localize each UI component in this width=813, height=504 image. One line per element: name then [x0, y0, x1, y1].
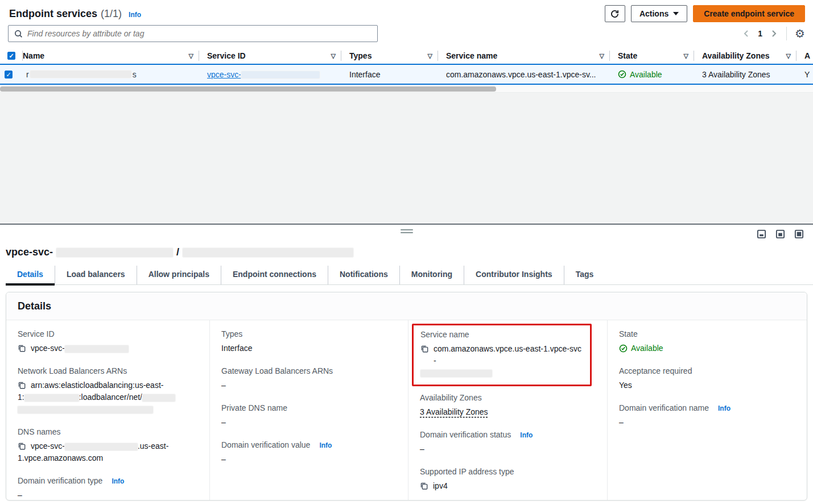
tab-load-balancers[interactable]: Load balancers — [55, 266, 137, 284]
divider — [786, 27, 787, 40]
info-link[interactable]: Info — [520, 431, 533, 439]
column-header-availability-zones[interactable]: Availability Zones ▽ — [694, 48, 797, 64]
redacted-value — [18, 406, 153, 414]
row-service-name-cell: com.amazonaws.vpce.us-east-1.vpce-sv... — [438, 70, 610, 79]
copy-icon[interactable] — [18, 442, 26, 450]
select-all-checkbox[interactable]: ✓ — [7, 52, 15, 60]
row-checkbox[interactable]: ✓ — [5, 71, 13, 79]
redacted-value — [24, 394, 79, 402]
column-header-service-name[interactable]: Service name ▽ — [438, 48, 610, 64]
field-network-load-balancers-arns: Network Load Balancers ARNs arn:aws:elas… — [18, 366, 200, 415]
actions-button[interactable]: Actions — [631, 5, 687, 22]
redacted-value — [142, 394, 175, 402]
redacted-service-name — [183, 248, 353, 257]
page-info-link[interactable]: Info — [129, 11, 141, 19]
panel-size-medium-icon[interactable] — [775, 229, 785, 239]
panel-title: vpce-svc- / — [6, 246, 353, 258]
panel-size-small-icon[interactable] — [757, 229, 766, 239]
availability-zones-link[interactable]: 3 Availability Zones — [702, 70, 770, 79]
tab-endpoint-connections[interactable]: Endpoint connections — [221, 266, 328, 284]
status-available-icon — [619, 344, 628, 353]
field-dns-names: DNS names vpce-svc-.us-east- 1.vpce.amaz… — [18, 427, 200, 464]
row-types-cell: Interface — [341, 70, 438, 79]
service-id-link[interactable]: vpce-svc- — [207, 70, 320, 79]
filter-icon[interactable]: ▽ — [684, 52, 688, 60]
panel-tabs: Details Load balancers Allow principals … — [6, 266, 813, 285]
redacted-name — [30, 71, 131, 78]
create-endpoint-service-button[interactable]: Create endpoint service — [693, 5, 805, 22]
tab-tags[interactable]: Tags — [564, 266, 605, 284]
copy-icon[interactable] — [420, 482, 428, 490]
copy-icon[interactable] — [18, 381, 26, 389]
availability-zones-link[interactable]: 3 Availability Zones — [420, 407, 488, 416]
copy-icon[interactable] — [18, 344, 26, 352]
field-service-id: Service ID vpce-svc- — [18, 329, 200, 354]
filter-icon[interactable]: ▽ — [428, 52, 432, 60]
details-column-4: State Available Acceptance required Yes … — [607, 320, 807, 501]
info-link[interactable]: Info — [718, 404, 731, 412]
field-availability-zones: Availability Zones 3 Availability Zones — [420, 393, 598, 418]
filter-icon[interactable]: ▽ — [786, 52, 791, 60]
panel-size-large-icon[interactable] — [794, 229, 804, 239]
copy-icon[interactable] — [420, 345, 428, 353]
field-service-name: Service name com.amazonaws.vpce.us-east-… — [420, 330, 583, 379]
column-header-clipped[interactable]: A — [797, 48, 813, 64]
background-gap — [0, 92, 813, 224]
redacted-value — [65, 345, 129, 353]
filter-icon[interactable]: ▽ — [331, 52, 336, 60]
column-header-name[interactable]: Name ▽ — [23, 48, 199, 64]
field-types: Types Interface — [221, 329, 399, 354]
details-card-heading: Details — [6, 292, 807, 320]
row-clipped-cell: Y — [797, 70, 813, 79]
info-link[interactable]: Info — [319, 441, 332, 449]
column-header-service-id[interactable]: Service ID ▽ — [199, 48, 341, 64]
settings-gear-icon[interactable]: ⚙ — [795, 28, 805, 39]
filter-icon[interactable]: ▽ — [600, 52, 604, 60]
resource-count: (1/1) — [101, 8, 122, 20]
row-name-cell: r s — [23, 70, 199, 79]
redacted-service-id — [56, 248, 173, 257]
previous-page-icon[interactable] — [742, 29, 751, 38]
horizontal-scrollbar — [0, 86, 813, 92]
table-row[interactable]: ✓ r s vpce-svc- Interface com.amazonaws.… — [0, 64, 813, 85]
split-panel: vpce-svc- / Details Load balancers Allow… — [0, 224, 813, 504]
info-link[interactable]: Info — [112, 477, 124, 485]
next-page-icon[interactable] — [769, 29, 778, 38]
current-page-number: 1 — [757, 29, 764, 38]
chevron-down-icon — [673, 12, 679, 15]
refresh-button[interactable] — [605, 5, 625, 22]
pagination: 1 ⚙ — [742, 27, 805, 40]
details-card: Details Service ID vpce-svc- Network Loa… — [6, 292, 807, 501]
service-name-highlight-box: Service name com.amazonaws.vpce.us-east-… — [412, 324, 592, 386]
column-header-state[interactable]: State ▽ — [610, 48, 694, 64]
page-title: Endpoint services — [9, 8, 97, 20]
search-input[interactable] — [27, 29, 372, 38]
tab-notifications[interactable]: Notifications — [328, 266, 399, 284]
tab-contributor-insights[interactable]: Contributor Insights — [464, 266, 564, 284]
redacted-service-id — [241, 71, 320, 79]
field-private-dns-name: Private DNS name – — [221, 403, 399, 428]
status-available-icon — [618, 70, 626, 79]
field-domain-verification-type: Domain verification type Info – — [18, 476, 200, 501]
column-header-types[interactable]: Types ▽ — [341, 48, 438, 64]
field-domain-verification-status: Domain verification status Info – — [420, 430, 598, 455]
tab-details[interactable]: Details — [6, 266, 55, 284]
tab-allow-principals[interactable]: Allow principals — [137, 266, 221, 284]
details-column-3: Service name com.amazonaws.vpce.us-east-… — [408, 320, 607, 501]
field-supported-ip-address-type: Supported IP address type ipv4 — [420, 467, 598, 492]
field-domain-verification-value: Domain verification value Info – — [221, 440, 399, 465]
horizontal-scrollbar-thumb[interactable] — [0, 86, 496, 92]
field-state: State Available — [619, 329, 798, 354]
search-box[interactable] — [8, 25, 378, 42]
filter-icon[interactable]: ▽ — [189, 52, 193, 60]
panel-drag-handle[interactable] — [401, 229, 413, 233]
panel-size-controls — [757, 229, 804, 239]
row-service-id-cell: vpce-svc- — [199, 70, 341, 79]
details-column-2: Types Interface Gateway Load Balancers A… — [209, 320, 408, 501]
field-acceptance-required: Acceptance required Yes — [619, 366, 798, 391]
row-select-cell: ✓ — [0, 71, 23, 79]
page-header: Endpoint services (1/1) Info Actions Cre… — [9, 5, 805, 23]
filter-row: 1 ⚙ — [8, 25, 805, 42]
endpoint-services-table: ✓ Name ▽ Service ID ▽ Types ▽ Service na… — [0, 48, 813, 85]
tab-monitoring[interactable]: Monitoring — [399, 266, 464, 284]
